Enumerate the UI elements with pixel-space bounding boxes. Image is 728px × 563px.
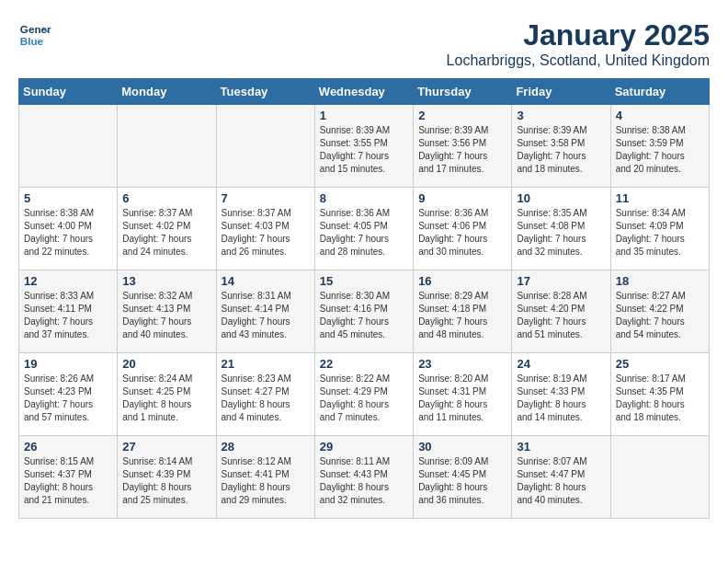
cell-info: Sunrise: 8:39 AMSunset: 3:55 PMDaylight:… [320,124,408,176]
day-number: 31 [517,440,605,454]
svg-text:Blue: Blue [20,35,44,47]
calendar-cell: 2Sunrise: 8:39 AMSunset: 3:56 PMDaylight… [414,105,512,188]
day-number: 11 [616,191,704,205]
calendar-cell: 3Sunrise: 8:39 AMSunset: 3:58 PMDaylight… [512,105,610,188]
calendar-cell: 1Sunrise: 8:39 AMSunset: 3:55 PMDaylight… [314,105,413,188]
calendar-cell: 5Sunrise: 8:38 AMSunset: 4:00 PMDaylight… [19,188,118,270]
calendar-cell: 18Sunrise: 8:27 AMSunset: 4:22 PMDayligh… [610,270,709,353]
day-number: 6 [122,191,210,205]
calendar-cell: 29Sunrise: 8:11 AMSunset: 4:43 PMDayligh… [314,436,413,519]
title-block: January 2025 Locharbriggs, Scotland, Uni… [447,18,710,69]
cell-info: Sunrise: 8:24 AMSunset: 4:25 PMDaylight:… [122,373,210,424]
cell-info: Sunrise: 8:09 AMSunset: 4:45 PMDaylight:… [418,455,506,507]
calendar-cell: 28Sunrise: 8:12 AMSunset: 4:41 PMDayligh… [216,436,314,519]
cell-info: Sunrise: 8:38 AMSunset: 3:59 PMDaylight:… [616,124,704,176]
cell-info: Sunrise: 8:33 AMSunset: 4:11 PMDaylight:… [24,290,112,341]
day-number: 23 [418,357,506,371]
day-number: 7 [222,191,310,205]
day-number: 27 [122,440,210,454]
day-number: 13 [122,274,210,288]
calendar-cell: 6Sunrise: 8:37 AMSunset: 4:02 PMDaylight… [118,188,216,270]
day-number: 8 [320,191,408,205]
logo: General Blue [18,18,51,52]
calendar-cell [610,436,709,519]
cell-info: Sunrise: 8:36 AMSunset: 4:05 PMDaylight:… [320,207,408,259]
day-number: 28 [222,440,310,454]
day-number: 18 [616,274,704,288]
day-number: 10 [517,191,605,205]
calendar-cell: 24Sunrise: 8:19 AMSunset: 4:33 PMDayligh… [512,353,610,436]
cell-info: Sunrise: 8:39 AMSunset: 3:56 PMDaylight:… [418,124,506,176]
weekday-header-thursday: Thursday [414,79,512,105]
calendar-cell: 13Sunrise: 8:32 AMSunset: 4:13 PMDayligh… [118,270,216,353]
calendar-cell: 19Sunrise: 8:26 AMSunset: 4:23 PMDayligh… [19,353,118,436]
cell-info: Sunrise: 8:36 AMSunset: 4:06 PMDaylight:… [418,207,506,259]
cell-info: Sunrise: 8:22 AMSunset: 4:29 PMDaylight:… [320,373,408,424]
weekday-header-sunday: Sunday [19,79,118,105]
calendar-cell: 20Sunrise: 8:24 AMSunset: 4:25 PMDayligh… [118,353,216,436]
calendar-cell: 4Sunrise: 8:38 AMSunset: 3:59 PMDaylight… [610,105,709,188]
cell-info: Sunrise: 8:37 AMSunset: 4:03 PMDaylight:… [222,207,310,259]
weekday-header-row: SundayMondayTuesdayWednesdayThursdayFrid… [19,79,710,105]
month-title: January 2025 [447,18,710,52]
cell-info: Sunrise: 8:32 AMSunset: 4:13 PMDaylight:… [122,290,210,341]
day-number: 5 [24,191,112,205]
svg-text:General: General [20,23,51,35]
calendar-cell: 8Sunrise: 8:36 AMSunset: 4:05 PMDaylight… [314,188,413,270]
calendar-cell: 31Sunrise: 8:07 AMSunset: 4:47 PMDayligh… [512,436,610,519]
cell-info: Sunrise: 8:34 AMSunset: 4:09 PMDaylight:… [616,207,704,259]
cell-info: Sunrise: 8:15 AMSunset: 4:37 PMDaylight:… [24,455,112,507]
calendar-week-2: 5Sunrise: 8:38 AMSunset: 4:00 PMDaylight… [19,188,710,270]
calendar-cell: 17Sunrise: 8:28 AMSunset: 4:20 PMDayligh… [512,270,610,353]
cell-info: Sunrise: 8:23 AMSunset: 4:27 PMDaylight:… [222,373,310,424]
day-number: 1 [320,109,408,122]
calendar-cell: 27Sunrise: 8:14 AMSunset: 4:39 PMDayligh… [118,436,216,519]
day-number: 19 [24,357,112,371]
cell-info: Sunrise: 8:38 AMSunset: 4:00 PMDaylight:… [24,207,112,259]
calendar-week-3: 12Sunrise: 8:33 AMSunset: 4:11 PMDayligh… [19,270,710,353]
calendar-cell: 23Sunrise: 8:20 AMSunset: 4:31 PMDayligh… [414,353,512,436]
cell-info: Sunrise: 8:11 AMSunset: 4:43 PMDaylight:… [320,455,408,507]
calendar-cell: 21Sunrise: 8:23 AMSunset: 4:27 PMDayligh… [216,353,314,436]
cell-info: Sunrise: 8:17 AMSunset: 4:35 PMDaylight:… [616,373,704,424]
day-number: 3 [517,109,605,122]
weekday-header-tuesday: Tuesday [216,79,314,105]
cell-info: Sunrise: 8:20 AMSunset: 4:31 PMDaylight:… [418,373,506,424]
page-header: General Blue January 2025 Locharbriggs, … [18,18,710,69]
calendar-cell: 30Sunrise: 8:09 AMSunset: 4:45 PMDayligh… [414,436,512,519]
calendar-cell: 16Sunrise: 8:29 AMSunset: 4:18 PMDayligh… [414,270,512,353]
day-number: 25 [616,357,704,371]
day-number: 20 [122,357,210,371]
cell-info: Sunrise: 8:37 AMSunset: 4:02 PMDaylight:… [122,207,210,259]
day-number: 9 [418,191,506,205]
calendar-cell [118,105,216,188]
calendar-cell [19,105,118,188]
day-number: 30 [418,440,506,454]
calendar-cell: 15Sunrise: 8:30 AMSunset: 4:16 PMDayligh… [314,270,413,353]
calendar-cell: 9Sunrise: 8:36 AMSunset: 4:06 PMDaylight… [414,188,512,270]
cell-info: Sunrise: 8:07 AMSunset: 4:47 PMDaylight:… [517,455,605,507]
day-number: 26 [24,440,112,454]
day-number: 4 [616,109,704,122]
calendar-cell [216,105,314,188]
cell-info: Sunrise: 8:12 AMSunset: 4:41 PMDaylight:… [222,455,310,507]
calendar-table: SundayMondayTuesdayWednesdayThursdayFrid… [18,78,710,519]
calendar-cell: 26Sunrise: 8:15 AMSunset: 4:37 PMDayligh… [19,436,118,519]
calendar-week-4: 19Sunrise: 8:26 AMSunset: 4:23 PMDayligh… [19,353,710,436]
day-number: 12 [24,274,112,288]
day-number: 15 [320,274,408,288]
cell-info: Sunrise: 8:35 AMSunset: 4:08 PMDaylight:… [517,207,605,259]
cell-info: Sunrise: 8:28 AMSunset: 4:20 PMDaylight:… [517,290,605,341]
weekday-header-wednesday: Wednesday [314,79,413,105]
cell-info: Sunrise: 8:39 AMSunset: 3:58 PMDaylight:… [517,124,605,176]
day-number: 2 [418,109,506,122]
calendar-week-1: 1Sunrise: 8:39 AMSunset: 3:55 PMDaylight… [19,105,710,188]
cell-info: Sunrise: 8:14 AMSunset: 4:39 PMDaylight:… [122,455,210,507]
day-number: 14 [222,274,310,288]
calendar-week-5: 26Sunrise: 8:15 AMSunset: 4:37 PMDayligh… [19,436,710,519]
weekday-header-monday: Monday [118,79,216,105]
calendar-cell: 14Sunrise: 8:31 AMSunset: 4:14 PMDayligh… [216,270,314,353]
calendar-cell: 7Sunrise: 8:37 AMSunset: 4:03 PMDaylight… [216,188,314,270]
cell-info: Sunrise: 8:31 AMSunset: 4:14 PMDaylight:… [222,290,310,341]
cell-info: Sunrise: 8:27 AMSunset: 4:22 PMDaylight:… [616,290,704,341]
